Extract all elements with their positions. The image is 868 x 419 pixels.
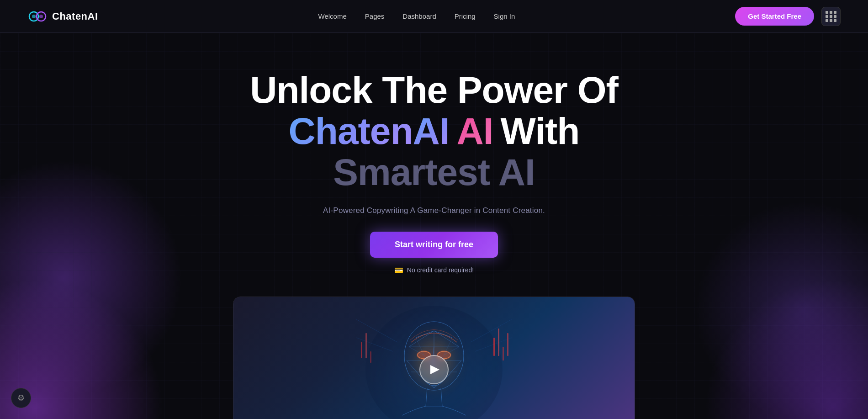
play-icon — [430, 365, 439, 374]
nav-pages[interactable]: Pages — [365, 12, 385, 20]
svg-rect-43 — [361, 342, 362, 358]
nav-links: Welcome Pages Dashboard Pricing Sign In — [318, 12, 515, 21]
svg-rect-44 — [365, 333, 367, 358]
nav-signin[interactable]: Sign In — [494, 12, 515, 20]
video-preview[interactable] — [233, 297, 635, 419]
hero-title-line3: Smartest AI — [333, 152, 535, 193]
nav-dashboard[interactable]: Dashboard — [402, 12, 436, 20]
play-button[interactable] — [419, 355, 449, 384]
grid-menu-button[interactable] — [821, 7, 841, 26]
svg-rect-45 — [370, 351, 371, 363]
svg-point-1 — [32, 15, 36, 18]
hero-title-line1: Unlock The Power Of — [250, 69, 618, 111]
logo-text: ChatenAI — [52, 11, 98, 22]
grid-icon — [826, 11, 836, 22]
hero-with-text: With — [501, 111, 580, 152]
navbar: ChatenAI Welcome Pages Dashboard Pricing… — [0, 0, 868, 33]
no-credit-card-text: No credit card required! — [407, 266, 474, 274]
hero-chaten-blue: Chaten — [289, 110, 413, 152]
glow-right — [694, 269, 868, 419]
nav-welcome[interactable]: Welcome — [318, 12, 347, 20]
settings-button[interactable]: ⚙ — [11, 388, 31, 408]
settings-icon: ⚙ — [17, 393, 25, 403]
nav-right: Get Started Free — [735, 7, 841, 26]
svg-rect-42 — [507, 333, 508, 356]
credit-card-icon: 💳 — [394, 266, 403, 275]
hero-title-line2: ChatenAI AI With — [289, 111, 580, 152]
logo[interactable]: ChatenAI — [27, 6, 98, 27]
get-started-button[interactable]: Get Started Free — [735, 7, 814, 26]
hero-subtitle: AI-Powered Copywriting A Game-Changer in… — [323, 206, 545, 215]
svg-point-3 — [39, 15, 43, 18]
hero-chaten-text: ChatenAI — [289, 111, 450, 152]
nav-pricing[interactable]: Pricing — [455, 12, 476, 20]
hero-section: Unlock The Power Of ChatenAI AI With Sma… — [0, 33, 868, 419]
logo-icon — [27, 6, 48, 27]
hero-ai-pink: AI — [457, 111, 493, 152]
hero-ai-blue: AI — [413, 110, 450, 152]
hero-content: Unlock The Power Of ChatenAI AI With Sma… — [250, 69, 618, 275]
start-writing-button[interactable]: Start writing for free — [370, 232, 498, 258]
video-thumbnail — [233, 297, 635, 419]
svg-rect-41 — [503, 347, 504, 361]
svg-rect-39 — [493, 338, 495, 356]
no-credit-card-notice: 💳 No credit card required! — [394, 266, 474, 275]
svg-rect-40 — [498, 329, 499, 356]
